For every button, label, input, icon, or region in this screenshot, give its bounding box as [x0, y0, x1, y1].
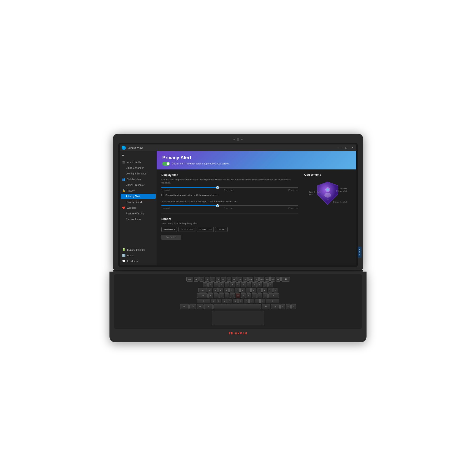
- key-t[interactable]: T: [229, 288, 234, 292]
- key-bracket-left[interactable]: [: [262, 288, 267, 292]
- sidebar-item-low-light-enhancer[interactable]: Low-light Enhancer: [121, 171, 156, 176]
- key-k[interactable]: K: [247, 293, 251, 298]
- sidebar-item-privacy-alert[interactable]: Privacy Alert: [121, 194, 156, 199]
- key-f[interactable]: F: [225, 293, 229, 298]
- until-onlooker-leaves-checkbox[interactable]: [161, 194, 164, 196]
- key-ctrl-left[interactable]: Ctrl: [180, 304, 189, 309]
- after-onlooker-slider[interactable]: [161, 205, 298, 206]
- key-l[interactable]: L: [252, 293, 257, 298]
- slider-thumb-1[interactable]: [216, 186, 219, 189]
- key-y[interactable]: Y: [235, 288, 240, 292]
- key-z[interactable]: Z: [211, 299, 216, 304]
- snooze-confirm-button[interactable]: SNOOZE: [161, 235, 181, 240]
- key-f7[interactable]: F7: [227, 277, 231, 282]
- privacy-alert-toggle[interactable]: [162, 162, 170, 166]
- key-comma[interactable]: ,: [249, 299, 254, 304]
- key-f12[interactable]: F12: [254, 277, 259, 282]
- key-1[interactable]: 1: [208, 282, 213, 287]
- key-equals[interactable]: =: [269, 282, 273, 287]
- key-v[interactable]: V: [227, 299, 232, 304]
- key-q[interactable]: Q: [207, 288, 212, 292]
- key-p[interactable]: P: [257, 288, 262, 292]
- minimize-button[interactable]: —: [338, 146, 342, 150]
- key-semicolon[interactable]: ;: [257, 293, 262, 298]
- key-c[interactable]: C: [222, 299, 227, 304]
- key-f1[interactable]: F1: [194, 277, 199, 282]
- key-shift-left[interactable]: ⇧: [197, 299, 210, 304]
- key-0[interactable]: 0: [257, 282, 262, 287]
- key-prtsc[interactable]: PrtSc: [270, 277, 275, 282]
- key-f2[interactable]: F2: [199, 277, 204, 282]
- sidebar-item-about[interactable]: ℹ️ About: [120, 253, 157, 258]
- key-backtick[interactable]: ~: [203, 282, 207, 287]
- key-g[interactable]: G: [230, 293, 235, 298]
- key-h[interactable]: H: [236, 293, 240, 298]
- key-u[interactable]: U: [240, 288, 245, 292]
- key-f3[interactable]: F3: [205, 277, 209, 282]
- key-fn[interactable]: Fn: [189, 304, 196, 309]
- key-2[interactable]: 2: [214, 282, 219, 287]
- key-j[interactable]: J: [241, 293, 246, 298]
- key-f6[interactable]: F6: [221, 277, 226, 282]
- sidebar-item-eye-wellness[interactable]: Eye Wellness: [121, 217, 156, 222]
- key-esc[interactable]: Esc: [186, 277, 193, 282]
- key-7[interactable]: 7: [241, 282, 246, 287]
- key-b[interactable]: B: [233, 299, 238, 304]
- snooze-5-minutes-button[interactable]: 5 MINUTES: [161, 227, 177, 232]
- sidebar-item-video-enhancer[interactable]: Video Enhancer: [121, 165, 156, 170]
- key-f5[interactable]: F5: [216, 277, 221, 282]
- sidebar-item-feedback[interactable]: 💬 Feedback: [120, 258, 157, 264]
- key-period[interactable]: .: [255, 299, 260, 304]
- sidebar-item-virtual-presenter[interactable]: Virtual Presenter: [121, 182, 156, 187]
- key-w[interactable]: W: [213, 288, 218, 292]
- key-d[interactable]: D: [219, 293, 224, 298]
- snooze-30-minutes-button[interactable]: 30 MINUTES: [197, 227, 214, 232]
- key-backspace[interactable]: ⌫: [281, 277, 290, 282]
- key-arrow-right[interactable]: ▷: [291, 304, 296, 309]
- key-n[interactable]: N: [238, 299, 243, 304]
- key-i[interactable]: I: [246, 288, 251, 292]
- key-e[interactable]: E: [219, 288, 223, 292]
- key-bracket-right[interactable]: ]: [268, 288, 272, 292]
- key-f11[interactable]: F11: [249, 277, 253, 282]
- key-a[interactable]: A: [208, 293, 213, 298]
- key-r[interactable]: R: [224, 288, 229, 292]
- key-f9[interactable]: F9: [238, 277, 242, 282]
- key-enter[interactable]: ↵: [269, 293, 279, 298]
- key-3[interactable]: 3: [219, 282, 224, 287]
- trackpad[interactable]: [212, 311, 264, 325]
- key-9[interactable]: 9: [252, 282, 257, 287]
- sidebar-item-posture-warning[interactable]: Posture Warning: [121, 211, 156, 216]
- key-win[interactable]: ⊞: [197, 304, 204, 309]
- key-6[interactable]: 6: [236, 282, 240, 287]
- slider-thumb-2[interactable]: [216, 204, 219, 207]
- key-s[interactable]: S: [214, 293, 219, 298]
- key-arrow-left[interactable]: ◁: [280, 304, 285, 309]
- key-alt-right[interactable]: Alt: [262, 304, 270, 309]
- key-shift-right[interactable]: ⇧: [266, 299, 279, 304]
- key-space[interactable]: [214, 304, 261, 309]
- key-o[interactable]: O: [251, 288, 256, 292]
- key-end[interactable]: End: [265, 277, 270, 282]
- maximize-button[interactable]: □: [344, 146, 348, 150]
- key-home[interactable]: Home: [259, 277, 264, 282]
- key-tab[interactable]: Tab: [198, 288, 207, 292]
- key-8[interactable]: 8: [247, 282, 251, 287]
- key-f4[interactable]: F4: [210, 277, 215, 282]
- key-f10[interactable]: F10: [243, 277, 248, 282]
- key-backslash[interactable]: \: [273, 288, 278, 292]
- sidebar-item-battery-settings[interactable]: 🔋 Battery Settings: [120, 247, 157, 253]
- sidebar-item-privacy-guard[interactable]: Privacy Guard: [121, 200, 156, 205]
- hamburger-icon[interactable]: ≡: [120, 153, 157, 159]
- close-button[interactable]: ✕: [351, 146, 354, 150]
- key-4[interactable]: 4: [225, 282, 229, 287]
- key-alt-left[interactable]: Alt: [204, 304, 213, 309]
- key-minus[interactable]: -: [263, 282, 268, 287]
- key-x[interactable]: X: [217, 299, 221, 304]
- snooze-15-minutes-button[interactable]: 15 MINUTES: [178, 227, 195, 232]
- key-ctrl-right[interactable]: Ctrl: [271, 304, 280, 309]
- key-f8[interactable]: F8: [232, 277, 237, 282]
- key-m[interactable]: M: [244, 299, 249, 304]
- key-arrow-down[interactable]: ▽: [286, 304, 290, 309]
- key-quote[interactable]: ': [263, 293, 268, 298]
